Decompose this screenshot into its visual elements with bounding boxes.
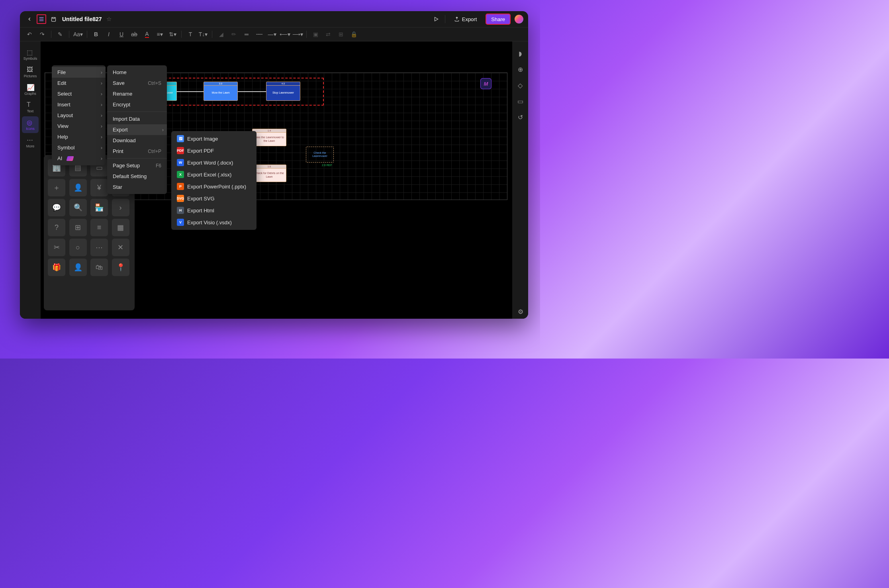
save-icon[interactable]	[49, 14, 58, 24]
menu-item-file[interactable]: File	[52, 67, 106, 78]
line-style-icon[interactable]: ═	[241, 29, 252, 40]
undo-icon[interactable]: ↶	[24, 29, 35, 40]
icon-circle[interactable]: ○	[69, 239, 87, 256]
menu-item-encrypt[interactable]: Encrypt	[107, 99, 167, 110]
menu-item-layout[interactable]: Layout	[52, 110, 106, 121]
fill-icon[interactable]: ◢	[215, 29, 227, 40]
add-page-icon[interactable]: ⊕	[516, 65, 524, 73]
align-icon[interactable]: ≡▾	[154, 29, 165, 40]
back-button[interactable]	[25, 14, 34, 24]
dash-style-icon[interactable]: ╌╌	[254, 29, 265, 40]
flowchart-node[interactable]: 1.6Check for Debris on the Lawn	[252, 165, 286, 182]
icon-dots[interactable]: ⋯	[90, 239, 108, 256]
icon-gift[interactable]: 🎁	[48, 259, 65, 276]
menu-item-export[interactable]: Export	[107, 124, 167, 135]
icon-menu[interactable]: ≡	[90, 219, 108, 236]
menu-item-export-ppt[interactable]: PExport PowerPoint (.pptx)	[171, 180, 257, 192]
line-weight-icon[interactable]: —▾	[266, 29, 278, 40]
menu-item-import[interactable]: Import Data	[107, 114, 167, 124]
menu-item-symbol[interactable]: Symbol	[52, 142, 106, 153]
font-color-icon[interactable]: A	[141, 29, 153, 40]
sidebar-item-graphs[interactable]: 📈Graphs	[22, 81, 39, 98]
menu-item-default-setting[interactable]: Default Setting	[107, 171, 167, 182]
user-avatar[interactable]	[515, 15, 523, 24]
icon-chat[interactable]: 💬	[48, 199, 65, 216]
hamburger-menu-icon[interactable]	[37, 14, 46, 24]
sidebar-item-more[interactable]: ⋯More	[22, 134, 39, 151]
pencil-icon[interactable]: ✏	[228, 29, 239, 40]
icon-cart[interactable]: 🛍	[90, 259, 108, 276]
menu-item-star[interactable]: Star	[107, 182, 167, 192]
menu-item-rename[interactable]: Rename	[107, 88, 167, 99]
group-icon[interactable]: ▣	[310, 29, 321, 40]
menu-item-export-word[interactable]: WExport Word (.docx)	[171, 157, 257, 169]
icon-search[interactable]: 🔍	[69, 199, 87, 216]
icon-scissors[interactable]: ✂	[48, 239, 65, 256]
redo-icon[interactable]: ↷	[37, 29, 48, 40]
menu-item-export-excel[interactable]: XExport Excel (.xlsx)	[171, 169, 257, 180]
icon-person[interactable]: 👤	[69, 259, 87, 276]
sidebar-item-pictures[interactable]: 🖼Pictures	[22, 64, 39, 80]
ai-assistant-badge[interactable]: M	[480, 78, 491, 89]
history-icon[interactable]: ↺	[516, 113, 524, 121]
sidebar-item-icons[interactable]: ◎Icons	[22, 116, 39, 133]
arrange-icon[interactable]: ⇄	[323, 29, 334, 40]
icon-chevron[interactable]: ›	[112, 199, 129, 216]
icon-plus[interactable]: ＋	[48, 179, 65, 196]
fill-bucket-icon[interactable]: ◗	[516, 49, 524, 57]
menu-item-save[interactable]: SaveCtrl+S	[107, 78, 167, 88]
menu-item-help[interactable]: Help	[52, 131, 106, 142]
flowchart-node[interactable]: 4.0Stop Lawnmower	[266, 82, 300, 101]
menu-item-download[interactable]: Download	[107, 135, 167, 146]
icon-window[interactable]: ⊞	[69, 219, 87, 236]
svg-rect-3	[51, 17, 55, 21]
menu-item-ai[interactable]: AI	[52, 153, 106, 164]
arrow-end-icon[interactable]: ⟶▾	[292, 29, 303, 40]
shapes-icon[interactable]: ◇	[516, 81, 524, 89]
menu-item-home[interactable]: Home	[107, 67, 167, 78]
lock-icon[interactable]: 🔒	[348, 29, 359, 40]
flowchart-node[interactable]: 3.0Mow the Lawn	[204, 82, 238, 101]
document-title[interactable]: Untitled file827	[62, 16, 102, 22]
bold-icon[interactable]: B	[90, 29, 102, 40]
sidebar-item-text[interactable]: TText	[22, 99, 39, 116]
menu-item-select[interactable]: Select	[52, 88, 106, 99]
menu-item-view[interactable]: View	[52, 121, 106, 131]
menu-item-page-setup[interactable]: Page SetupF6	[107, 160, 167, 171]
italic-icon[interactable]: I	[103, 29, 114, 40]
menu-item-edit[interactable]: Edit	[52, 78, 106, 88]
icon-store[interactable]: 🏪	[90, 199, 108, 216]
menu-item-export-pdf[interactable]: PDFExport PDF	[171, 145, 257, 157]
underline-icon[interactable]: U	[116, 29, 127, 40]
icon-close[interactable]: ✕	[112, 239, 129, 256]
paint-icon[interactable]: ✎	[55, 29, 66, 40]
settings-toggle-icon[interactable]: ⚙	[518, 308, 523, 316]
flowchart-node-dashed[interactable]: Check the Lawnmower	[306, 147, 334, 163]
text-tool-icon[interactable]: T	[185, 29, 196, 40]
strikethrough-icon[interactable]: ab	[129, 29, 140, 40]
flowchart-node[interactable]: 1.4Take the Lawnmower to the Lawn	[252, 129, 286, 146]
play-button[interactable]	[431, 14, 441, 24]
menu-item-export-image[interactable]: 🖼Export Image	[171, 133, 257, 145]
menu-item-export-html[interactable]: HExport Html	[171, 204, 257, 216]
present-icon[interactable]: ▭	[516, 97, 524, 105]
image-file-icon: 🖼	[177, 135, 184, 142]
text-direction-icon[interactable]: T↓▾	[198, 29, 209, 40]
favorite-star-icon[interactable]: ☆	[104, 14, 114, 24]
share-button[interactable]: Share	[486, 14, 511, 25]
menu-item-export-visio[interactable]: VExport Visio (.vsdx)	[171, 216, 257, 228]
icon-qr[interactable]: ▦	[112, 219, 129, 236]
icon-pin[interactable]: 📍	[112, 259, 129, 276]
arrow-start-icon[interactable]: ⟵▾	[279, 29, 290, 40]
sidebar-item-symbols[interactable]: ⬚Symbols	[22, 46, 39, 63]
icon-id[interactable]: 👤	[69, 179, 87, 196]
icon-currency[interactable]: ¥	[90, 179, 108, 196]
export-button[interactable]: Export	[449, 14, 482, 25]
menu-item-insert[interactable]: Insert	[52, 99, 106, 110]
menu-item-print[interactable]: PrintCtrl+P	[107, 146, 167, 157]
font-icon[interactable]: Aa▾	[72, 29, 84, 40]
line-spacing-icon[interactable]: ⇅▾	[167, 29, 178, 40]
icon-question[interactable]: ?	[48, 219, 65, 236]
distribute-icon[interactable]: ⊞	[335, 29, 347, 40]
menu-item-export-svg[interactable]: SVGExport SVG	[171, 192, 257, 204]
